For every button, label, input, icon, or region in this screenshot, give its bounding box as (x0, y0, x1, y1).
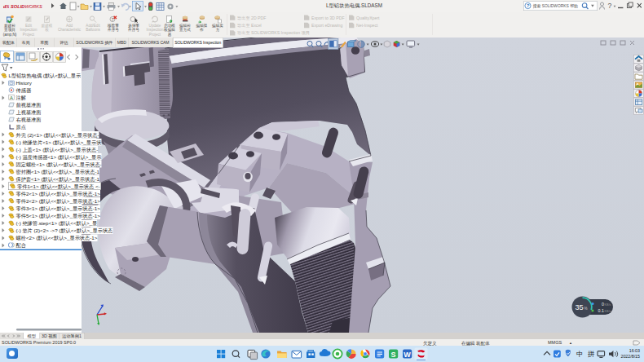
svg-text:KB/s: KB/s (605, 303, 611, 307)
svg-text:A: A (10, 95, 13, 100)
svg-text:搜索 SOLIDWORKS 帮助: 搜索 SOLIDWORKS 帮助 (533, 3, 579, 9)
svg-text:QualityXpert: QualityXpert (356, 15, 380, 20)
svg-text:dS: dS (3, 3, 10, 10)
svg-text:?: ? (527, 3, 530, 8)
svg-text:导出至 2D PDF: 导出至 2D PDF (237, 15, 266, 20)
svg-text:7: 7 (112, 18, 114, 22)
svg-text:Export to 3D PDF: Export to 3D PDF (311, 15, 345, 20)
svg-text:%: % (584, 307, 588, 311)
svg-text:SOLIDWORKS: SOLIDWORKS (11, 4, 42, 9)
svg-text:?: ? (607, 2, 611, 10)
svg-text:Net-Inspect: Net-Inspect (356, 23, 378, 28)
svg-text:导出至 Excel: 导出至 Excel (237, 23, 262, 28)
svg-text:中: 中 (576, 350, 583, 358)
svg-text:Export eDrawing: Export eDrawing (311, 23, 342, 28)
svg-text:W: W (404, 351, 411, 359)
svg-text:KB/s: KB/s (605, 310, 611, 313)
svg-text:35: 35 (576, 303, 584, 311)
svg-text:0: 0 (602, 302, 604, 307)
svg-text:0.1: 0.1 (598, 308, 604, 313)
svg-text:拼: 拼 (587, 350, 595, 358)
svg-text:S: S (391, 351, 396, 359)
svg-text:导出至 SOLIDWORKS Inspection 项目: 导出至 SOLIDWORKS Inspection 项目 (237, 30, 310, 35)
